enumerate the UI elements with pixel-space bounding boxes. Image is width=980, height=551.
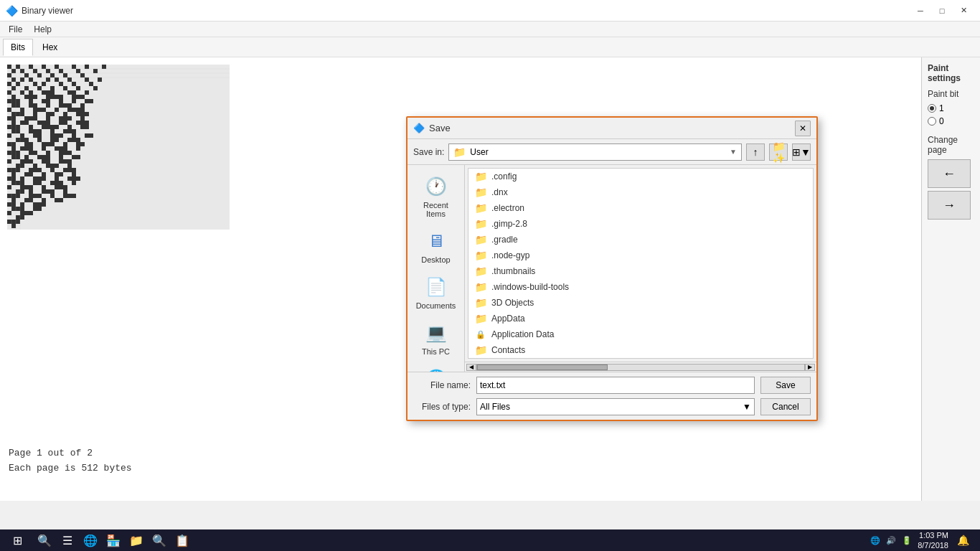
sidebar-network[interactable]: 🌐 Network	[411, 363, 461, 372]
folder-icon: 📁	[474, 171, 487, 182]
filetype-row: Files of type: All Files ▼ Cancel	[413, 398, 811, 415]
list-item[interactable]: 📁 .electron	[468, 200, 813, 216]
taskbar-app[interactable]: 📋	[172, 532, 192, 549]
dialog-icon: 🔷	[413, 123, 425, 133]
taskbar-date-display: 8/7/2018	[918, 540, 948, 550]
scroll-thumb[interactable]	[477, 364, 608, 370]
scroll-track[interactable]	[476, 364, 805, 371]
list-item[interactable]: 📁 .config	[468, 169, 813, 184]
save-in-label: Save in:	[413, 147, 444, 157]
save-in-dropdown[interactable]: 📁 User ▼	[448, 143, 742, 161]
file-name: 3D Objects	[491, 298, 534, 308]
recent-items-icon: 🕐	[425, 175, 448, 198]
list-item[interactable]: 📁 .thumbnails	[468, 263, 813, 279]
list-item[interactable]: 🔒 Cookies	[468, 358, 813, 359]
scroll-left-button[interactable]: ◀	[466, 364, 476, 371]
taskbar-battery-icon: 🔋	[902, 536, 912, 545]
file-name: .config	[491, 171, 517, 182]
save-dialog: 🔷 Save ✕ Save in: 📁 User ▼ ↑ 📁✨ ⊞▼ 🕐 R	[406, 116, 818, 421]
folder-icon: 📁	[453, 146, 466, 158]
dialog-footer: File name: Save Files of type: All Files…	[407, 372, 816, 420]
dialog-title-bar: 🔷 Save ✕	[407, 118, 816, 139]
folder-icon: 📁	[474, 265, 487, 277]
dialog-body: 🕐 Recent Items 🖥 Desktop 📄 Documents 💻 T…	[407, 165, 816, 372]
filename-row: File name: Save	[413, 377, 811, 394]
taskbar-right: 🌐 🔊 🔋 1:03 PM 8/7/2018 🔔	[870, 530, 977, 551]
list-item[interactable]: 📁 .gimp-2.8	[468, 216, 813, 232]
view-button[interactable]: ⊞▼	[792, 143, 811, 161]
folder-icon: 📁	[474, 250, 487, 261]
dialog-toolbar: Save in: 📁 User ▼ ↑ 📁✨ ⊞▼	[407, 139, 816, 165]
taskbar-clock[interactable]: 1:03 PM 8/7/2018	[918, 530, 948, 551]
dialog-overlay: 🔷 Save ✕ Save in: 📁 User ▼ ↑ 📁✨ ⊞▼ 🕐 R	[0, 0, 980, 551]
taskbar-explorer[interactable]: 📁	[126, 532, 146, 549]
folder-icon: 📁	[474, 218, 487, 230]
scroll-right-button[interactable]: ▶	[805, 364, 815, 371]
file-name: Contacts	[491, 345, 525, 355]
taskbar-cortana[interactable]: 🔍	[34, 532, 55, 549]
filetype-label: Files of type:	[413, 402, 471, 412]
file-name: Application Data	[491, 329, 554, 339]
dropdown-arrow-icon: ▼	[730, 148, 737, 156]
sidebar-recent-items[interactable]: 🕐 Recent Items	[411, 171, 461, 222]
file-name: .node-gyp	[491, 250, 529, 260]
folder-icon: 📁	[474, 281, 487, 293]
dialog-title: Save	[429, 123, 451, 133]
list-item[interactable]: 📁 .node-gyp	[468, 248, 813, 263]
list-item[interactable]: 📁 Contacts	[468, 342, 813, 358]
folder-icon: 📁	[474, 202, 487, 214]
list-item[interactable]: 📁 .windows-build-tools	[468, 279, 813, 295]
taskbar-task-view[interactable]: ☰	[57, 532, 77, 549]
taskbar-edge[interactable]: 🌐	[80, 532, 100, 549]
save-in-value: User	[470, 147, 488, 157]
filetype-arrow-icon: ▼	[743, 402, 751, 412]
filename-input[interactable]	[476, 377, 755, 394]
list-item[interactable]: 📁 .gradle	[468, 232, 813, 248]
folder-icon: 📁	[474, 344, 487, 356]
taskbar: ⊞ 🔍 ☰ 🌐 🏪 📁 🔍 📋 🌐 🔊 🔋 1:03 PM 8/7/2018 🔔	[0, 529, 980, 551]
dialog-title-left: 🔷 Save	[413, 123, 451, 133]
folder-icon: 📁	[474, 234, 487, 245]
taskbar-volume-icon: 🔊	[886, 536, 896, 545]
horizontal-scrollbar[interactable]: ◀ ▶	[465, 362, 816, 372]
filetype-value: All Files	[480, 402, 510, 412]
file-name: .gimp-2.8	[491, 219, 527, 229]
save-button[interactable]: Save	[760, 377, 811, 394]
file-name: .electron	[491, 203, 524, 213]
taskbar-chrome[interactable]: 🔍	[149, 532, 169, 549]
taskbar-time-display: 1:03 PM	[918, 530, 948, 540]
folder-icon: 📁	[474, 187, 487, 198]
filelist-container: 📁 .config 📁 .dnx 📁 .electron 📁 .gimp-2.8	[465, 165, 816, 372]
cancel-button[interactable]: Cancel	[760, 398, 811, 415]
sidebar-desktop[interactable]: 🖥 Desktop	[411, 225, 461, 268]
navigate-up-button[interactable]: ↑	[746, 143, 765, 161]
list-item[interactable]: 📁 3D Objects	[468, 295, 813, 311]
list-item[interactable]: 📁 .dnx	[468, 184, 813, 200]
dialog-close-button[interactable]: ✕	[795, 121, 811, 136]
start-button[interactable]: ⊞	[3, 532, 32, 549]
sidebar-this-pc[interactable]: 💻 This PC	[411, 317, 461, 360]
dialog-sidebar: 🕐 Recent Items 🖥 Desktop 📄 Documents 💻 T…	[407, 165, 465, 372]
this-pc-icon: 💻	[425, 321, 448, 344]
sidebar-desktop-label: Desktop	[421, 255, 450, 264]
list-item[interactable]: 📁 AppData	[468, 311, 813, 326]
filetype-select[interactable]: All Files ▼	[476, 398, 755, 415]
taskbar-store[interactable]: 🏪	[103, 532, 123, 549]
file-name: .dnx	[491, 187, 508, 197]
dialog-filelist: 📁 .config 📁 .dnx 📁 .electron 📁 .gimp-2.8	[468, 168, 814, 359]
list-item[interactable]: 🔒 Application Data	[468, 326, 813, 342]
sidebar-documents[interactable]: 📄 Documents	[411, 271, 461, 314]
file-name: .thumbnails	[491, 266, 535, 276]
file-name: .windows-build-tools	[491, 282, 569, 292]
sidebar-recent-label: Recent Items	[414, 201, 458, 218]
file-name: AppData	[491, 314, 525, 324]
new-folder-button[interactable]: 📁✨	[769, 143, 788, 161]
sidebar-this-pc-label: This PC	[422, 347, 450, 356]
taskbar-network-icon: 🌐	[870, 536, 880, 545]
notification-icon[interactable]: 🔔	[954, 532, 971, 549]
folder-icon: 📁	[474, 297, 487, 309]
folder-icon: 🔒	[474, 330, 487, 339]
documents-icon: 📄	[425, 276, 448, 298]
folder-icon: 📁	[474, 313, 487, 324]
file-name: .gradle	[491, 235, 518, 245]
